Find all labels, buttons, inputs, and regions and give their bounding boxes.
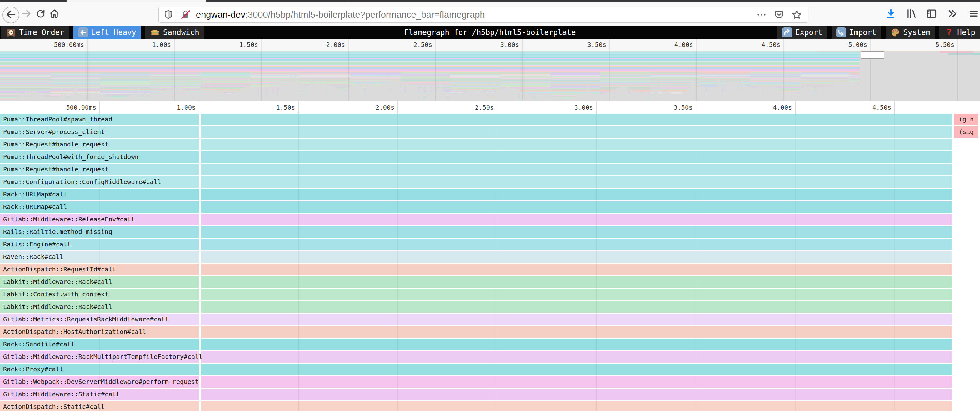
ruler-tick xyxy=(696,39,697,51)
flame-frame[interactable] xyxy=(201,176,952,188)
flame-row: Labkit::Middleware::Rack#call xyxy=(0,276,980,288)
flame-frame[interactable]: Rack::Sendfile#call xyxy=(0,338,199,350)
flame-frame[interactable] xyxy=(201,389,952,400)
library-button[interactable] xyxy=(904,2,920,26)
action-export[interactable]: Export xyxy=(778,26,827,39)
url-bar[interactable]: engwan-dev:3000/h5bp/html5-boilerplate?p… xyxy=(158,6,808,23)
frame-label: Puma::Configuration::ConfigMiddleware#ca… xyxy=(3,176,161,188)
flame-frame[interactable]: Rails::Engine#call xyxy=(0,239,199,250)
ruler-tick-label: 1.50s xyxy=(183,39,258,51)
flame-frame[interactable]: Rack::URLMap#call xyxy=(0,201,199,213)
flame-frame-truncated[interactable]: (s…g xyxy=(954,126,978,138)
pocket-icon[interactable] xyxy=(774,10,784,20)
frame-label: Labkit::Context.with_context xyxy=(3,289,108,300)
flame-frame[interactable]: Labkit::Middleware::Rack#call xyxy=(0,301,199,313)
flame-frame[interactable]: Gitlab::Metrics::RequestsRackMiddleware#… xyxy=(0,314,199,325)
forward-button[interactable] xyxy=(19,2,33,26)
flame-frame[interactable] xyxy=(201,314,952,325)
flame-frame[interactable] xyxy=(201,151,952,163)
flame-frame-truncated[interactable]: (g…n xyxy=(954,114,978,125)
action-help[interactable]: ?Help xyxy=(939,26,980,39)
tab-left-heavy[interactable]: Left Heavy xyxy=(73,26,141,39)
flame-frame[interactable]: Rails::Railtie.method_missing xyxy=(0,226,199,238)
flame-frame[interactable] xyxy=(201,139,952,150)
flame-frame[interactable]: ActionDispatch::HostAuthorization#call xyxy=(0,326,199,338)
action-label: Export xyxy=(795,28,822,37)
hamburger-icon xyxy=(969,8,979,20)
back-button[interactable] xyxy=(3,6,19,24)
flame-frame[interactable] xyxy=(201,226,952,238)
flame-frame[interactable] xyxy=(201,276,952,288)
reload-button[interactable] xyxy=(34,2,48,26)
flame-frame[interactable] xyxy=(201,201,952,213)
frame-label: Rack::Sendfile#call xyxy=(3,338,75,350)
sidebar-button[interactable] xyxy=(924,2,939,26)
flame-frame[interactable] xyxy=(201,351,952,363)
flame-frame[interactable] xyxy=(201,163,952,175)
action-system[interactable]: System xyxy=(886,26,935,39)
flame-frame[interactable]: Puma::ThreadPool#spawn_thread xyxy=(0,114,199,125)
tab-label: Left Heavy xyxy=(91,28,137,37)
lock-insecure-icon[interactable] xyxy=(180,10,191,20)
flame-frame[interactable] xyxy=(201,214,952,225)
minimap-canvas[interactable] xyxy=(0,51,980,101)
ruler-tick-label: 500.00ms xyxy=(9,39,84,51)
flame-frame[interactable] xyxy=(201,363,952,375)
ruler-tick xyxy=(609,39,610,51)
help-icon: ? xyxy=(944,27,954,38)
flame-frame[interactable] xyxy=(201,289,952,300)
flame-frame[interactable]: Puma::Configuration::ConfigMiddleware#ca… xyxy=(0,176,199,188)
ruler-tick xyxy=(870,39,871,51)
ruler-tick xyxy=(87,39,88,51)
flame-frame[interactable] xyxy=(201,189,952,200)
ruler-tick-label: 4.50s xyxy=(816,101,891,114)
bookmark-star-icon[interactable] xyxy=(791,9,802,20)
flame-frame[interactable]: Raven::Rack#call xyxy=(0,251,199,263)
flame-frame[interactable] xyxy=(201,338,952,350)
flame-frame[interactable]: Gitlab::Middleware::ReleaseEnv#call xyxy=(0,214,199,225)
page-actions-icon[interactable] xyxy=(756,10,767,20)
ruler-tick xyxy=(261,39,262,51)
frame-label: Rack::URLMap#call xyxy=(3,201,67,213)
active-tab-bottom[interactable] xyxy=(67,0,206,2)
flame-frame[interactable]: Labkit::Middleware::Rack#call xyxy=(0,276,199,288)
browser-tabstrip[interactable] xyxy=(0,0,980,2)
flame-frame[interactable] xyxy=(201,401,952,411)
flame-row: ActionDispatch::Static#call xyxy=(0,401,980,411)
flame-frame[interactable] xyxy=(201,326,952,338)
flame-frame[interactable]: Puma::ThreadPool#with_force_shutdown xyxy=(0,151,199,163)
overflow-menu-button[interactable] xyxy=(944,2,960,26)
flame-frame[interactable]: Puma::Request#handle_request xyxy=(0,139,199,150)
action-import[interactable]: Import xyxy=(832,26,881,39)
flame-frame[interactable] xyxy=(201,239,952,250)
flame-row: ActionDispatch::HostAuthorization#call xyxy=(0,326,980,338)
flame-frame[interactable]: Gitlab::Middleware::RackMultipartTempfil… xyxy=(0,351,199,363)
ruler-tick-label: 3.00s xyxy=(518,101,593,114)
shield-icon[interactable] xyxy=(163,10,174,20)
flame-frame[interactable]: ActionDispatch::RequestId#call xyxy=(0,263,199,275)
flame-row: Puma::Request#handle_request xyxy=(0,139,980,150)
flame-frame[interactable]: Rack::Proxy#call xyxy=(0,363,199,375)
flame-frame[interactable] xyxy=(201,301,952,313)
tab-sandwich[interactable]: Sandwich xyxy=(145,26,204,39)
frame-label: Gitlab::Middleware::Static#call xyxy=(3,389,120,400)
flame-frame[interactable]: ActionDispatch::Static#call xyxy=(0,401,199,411)
ruler-tick xyxy=(958,39,958,51)
flame-frame[interactable]: Gitlab::Webpack::DevServerMiddleware#per… xyxy=(0,376,199,387)
flame-frame[interactable] xyxy=(201,126,952,138)
flame-frame[interactable]: Puma::Request#handle_request xyxy=(0,163,199,175)
url-text[interactable]: engwan-dev:3000/h5bp/html5-boilerplate?p… xyxy=(196,10,485,20)
flame-frame[interactable] xyxy=(201,114,952,125)
flame-frame[interactable] xyxy=(201,251,952,263)
downloads-button[interactable] xyxy=(883,2,899,26)
home-button[interactable] xyxy=(48,2,61,26)
ruler-tick-label: 5.50s xyxy=(880,39,955,51)
flame-frame[interactable] xyxy=(201,376,952,387)
flame-frame[interactable]: Rack::URLMap#call xyxy=(0,189,199,200)
tab-time-order[interactable]: Time Order xyxy=(1,26,69,39)
flame-frame[interactable]: Puma::Server#process_client xyxy=(0,126,199,138)
flame-frame[interactable]: Labkit::Context.with_context xyxy=(0,289,199,300)
flame-frame[interactable]: Gitlab::Middleware::Static#call xyxy=(0,389,199,400)
flame-frame[interactable] xyxy=(201,263,952,275)
app-menu-button[interactable] xyxy=(967,2,980,26)
